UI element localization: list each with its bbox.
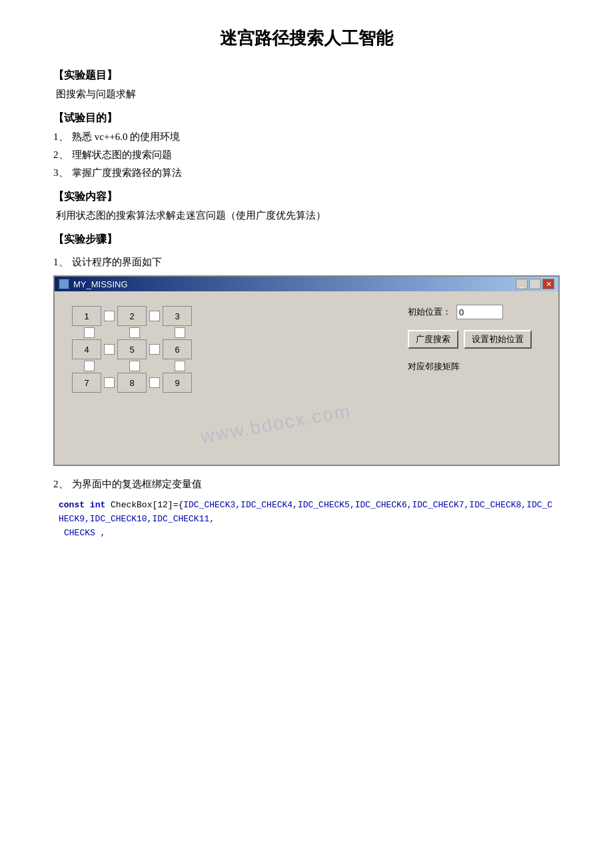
maze-vcheck-row-1 [72, 327, 388, 338]
code-const: const [59, 500, 85, 510]
list-item: 1、 熟悉 vc++6.0 的使用环境 [53, 131, 560, 143]
page-title: 迷宫路径搜索人工智能 [53, 27, 560, 50]
lab-steps-heading: 【实验步骤】 [53, 233, 560, 247]
maze-area: 1 2 3 4 5 [65, 299, 394, 451]
maze-checkbox-56[interactable] [149, 344, 160, 355]
maze-cell-1: 1 [72, 306, 101, 326]
maze-cell-6: 6 [163, 339, 192, 359]
set-position-button[interactable]: 设置初始位置 [464, 330, 532, 349]
start-position-row: 初始位置： [408, 305, 548, 319]
maximize-button[interactable]: □ [529, 279, 541, 289]
app-window: MY_MISSING _ □ ✕ 1 2 3 [53, 275, 560, 466]
list-num-3: 3、 [53, 167, 72, 179]
app-title: MY_MISSING [73, 279, 128, 289]
code-block: const int CheckBox[12]={IDC_CHECK3,IDC_C… [53, 496, 560, 543]
start-position-input[interactable] [456, 305, 503, 319]
maze-row-2: 4 5 6 [72, 339, 388, 359]
list-item: 3、 掌握广度搜索路径的算法 [53, 167, 560, 179]
maze-row-1: 1 2 3 [72, 306, 388, 326]
close-button[interactable]: ✕ [542, 279, 554, 289]
button-row: 广度搜索 设置初始位置 [408, 330, 548, 349]
step2-text: 为界面中的复选框绑定变量值 [72, 478, 202, 491]
maze-checkbox-23[interactable] [149, 311, 160, 321]
list-num-2: 2、 [53, 149, 72, 161]
control-area: 初始位置： 广度搜索 设置初始位置 对应邻接矩阵 [408, 299, 548, 451]
lab-content-text: 利用状态图的搜索算法求解走迷宫问题（使用广度优先算法） [56, 209, 560, 222]
maze-checkbox-25[interactable] [129, 327, 140, 338]
maze-cell-5: 5 [117, 339, 147, 359]
maze-checkbox-12[interactable] [104, 311, 115, 321]
lab-content-heading: 【实验内容】 [53, 190, 560, 204]
lab-goal-heading: 【试验目的】 [53, 111, 560, 125]
list-num-1: 1、 [53, 131, 72, 143]
titlebar-left: MY_MISSING [59, 279, 128, 289]
list-content-2: 理解状态图的搜索问题 [72, 149, 172, 161]
maze-checkbox-14[interactable] [84, 327, 95, 338]
maze-checkbox-47[interactable] [84, 361, 95, 371]
titlebar-buttons[interactable]: _ □ ✕ [516, 279, 554, 289]
app-body: 1 2 3 4 5 [55, 291, 558, 465]
list-content-1: 熟悉 vc++6.0 的使用环境 [72, 131, 180, 143]
maze-checkbox-89[interactable] [149, 377, 160, 388]
maze-checkbox-58[interactable] [129, 361, 140, 371]
search-button[interactable]: 广度搜索 [408, 330, 458, 349]
step1-text: 设计程序的界面如下 [72, 256, 162, 269]
maze-vcheck-row-2 [72, 361, 388, 371]
adjacent-matrix-label: 对应邻接矩阵 [408, 361, 548, 373]
step2-num: 2、 [53, 478, 72, 491]
maze-checkbox-69[interactable] [175, 361, 185, 371]
step2-item: 2、 为界面中的复选框绑定变量值 [53, 478, 560, 491]
maze-checkbox-78[interactable] [104, 377, 115, 388]
code-int: int [90, 500, 105, 510]
step1-num: 1、 [53, 256, 72, 269]
minimize-button[interactable]: _ [516, 279, 528, 289]
app-titlebar: MY_MISSING _ □ ✕ [55, 277, 558, 291]
maze-cell-4: 4 [72, 339, 101, 359]
app-icon [59, 279, 69, 289]
maze-row-3: 7 8 9 [72, 373, 388, 393]
maze-cell-2: 2 [117, 306, 147, 326]
maze-cell-3: 3 [163, 306, 192, 326]
code-varname: CheckBox[12]={ [111, 500, 183, 510]
lab-title-text: 图搜索与问题求解 [56, 88, 560, 101]
list-item: 2、 理解状态图的搜索问题 [53, 149, 560, 161]
step1-item: 1、 设计程序的界面如下 [53, 256, 560, 269]
maze-cell-8: 8 [117, 373, 147, 393]
code-checks: CHECKS , [59, 528, 105, 538]
start-position-label: 初始位置： [408, 306, 451, 318]
maze-checkbox-45[interactable] [104, 344, 115, 355]
lab-title-heading: 【实验题目】 [53, 69, 560, 83]
maze-cell-9: 9 [163, 373, 192, 393]
maze-checkbox-36[interactable] [175, 327, 185, 338]
maze-cell-7: 7 [72, 373, 101, 393]
list-content-3: 掌握广度搜索路径的算法 [72, 167, 182, 179]
